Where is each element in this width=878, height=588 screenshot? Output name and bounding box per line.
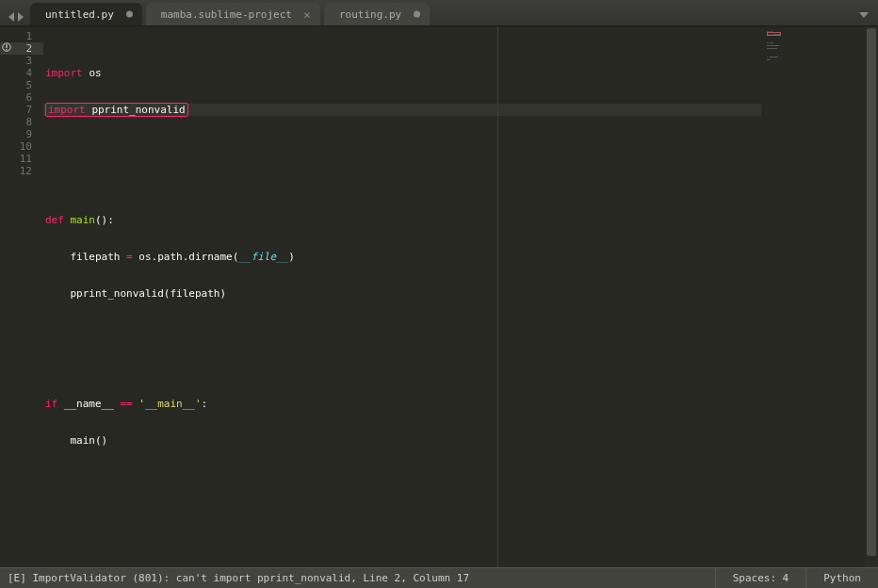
- status-bar: [E] ImportValidator (801): can't import …: [0, 567, 878, 588]
- tab-label: untitled.py: [45, 8, 114, 21]
- tab-label: routing.py: [339, 8, 401, 21]
- code-line: def main():: [43, 214, 761, 226]
- code-line: [43, 324, 761, 336]
- line-number: 1: [0, 30, 43, 42]
- status-indent[interactable]: Spaces: 4: [715, 568, 806, 588]
- code-line: [43, 361, 761, 373]
- line-number: 9: [0, 128, 43, 140]
- dirty-dot-icon[interactable]: [414, 11, 420, 18]
- chevron-down-icon: [859, 12, 869, 18]
- status-language[interactable]: Python: [805, 568, 878, 588]
- tab-bar: untitled.py mamba.sublime-project × rout…: [0, 0, 878, 26]
- code-line: pprint_nonvalid(filepath): [43, 287, 761, 300]
- svg-rect-2: [6, 49, 7, 50]
- line-number: 6: [0, 91, 43, 104]
- line-number: 5: [0, 79, 43, 91]
- code-line: [43, 471, 761, 483]
- line-number: 2: [0, 42, 43, 55]
- code-line: [43, 177, 761, 189]
- tab-mamba-project[interactable]: mamba.sublime-project ×: [146, 3, 320, 25]
- status-message[interactable]: [E] ImportValidator (801): can't import …: [0, 572, 715, 584]
- tab-label: mamba.sublime-project: [161, 8, 292, 21]
- error-gutter-icon[interactable]: [2, 42, 11, 52]
- code-line: main(): [43, 434, 761, 447]
- error-highlight: import pprint_nonvalid: [45, 103, 188, 117]
- line-number: 12: [0, 165, 43, 177]
- line-number: 11: [0, 153, 43, 165]
- dirty-dot-icon[interactable]: [126, 11, 133, 18]
- scrollbar-thumb[interactable]: [867, 28, 876, 556]
- tab-prev-icon[interactable]: [8, 12, 15, 22]
- minimap[interactable]: ▬▬▬ ▬ ▬▬▬ ▬▬▬▬▬▬▬ ▬▬ ▬▬▬ ▬▬▬▬▬▬▬▬▬▬▬ ▬▬▬…: [761, 26, 865, 567]
- code-line: [43, 140, 761, 153]
- tab-nav-arrows: [8, 12, 30, 25]
- code-line: filepath = os.path.dirname(__file__): [43, 251, 761, 263]
- tab-next-icon[interactable]: [17, 12, 24, 22]
- code-line: import pprint_nonvalid: [43, 104, 761, 116]
- tab-untitled[interactable]: untitled.py: [30, 3, 142, 25]
- line-number: 10: [0, 140, 43, 153]
- line-number: 7: [0, 104, 43, 116]
- column-ruler: [497, 26, 498, 567]
- line-number-gutter[interactable]: 1 2 3 4 5 6 7 8 9 10 11 12: [0, 26, 43, 567]
- line-number: 8: [0, 116, 43, 128]
- line-number: 3: [0, 55, 43, 67]
- vertical-scrollbar[interactable]: [865, 26, 878, 567]
- editor-area: 1 2 3 4 5 6 7 8 9 10 11 12 import os imp…: [0, 26, 878, 567]
- svg-rect-1: [6, 44, 7, 48]
- line-number: 4: [0, 67, 43, 79]
- close-icon[interactable]: ×: [303, 8, 311, 21]
- code-line: if __name__ == '__main__':: [43, 398, 761, 410]
- code-editor[interactable]: import os import pprint_nonvalid def mai…: [43, 26, 761, 567]
- tab-routing[interactable]: routing.py: [324, 3, 430, 25]
- tab-overflow-dropdown[interactable]: [859, 8, 869, 21]
- code-line: import os: [43, 67, 761, 79]
